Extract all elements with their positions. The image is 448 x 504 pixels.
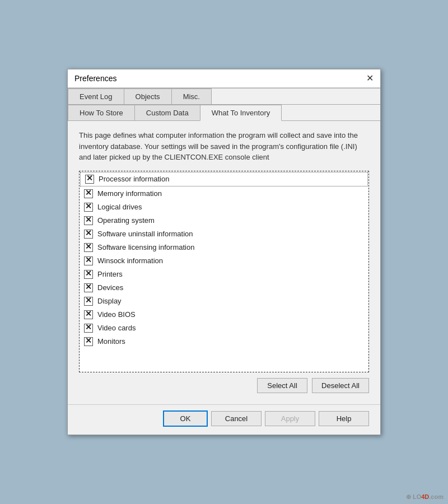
list-item[interactable]: Printers [80, 268, 368, 281]
list-item[interactable]: Video BIOS [80, 308, 368, 321]
list-item[interactable]: Devices [80, 281, 368, 295]
inventory-list-scroll[interactable]: Processor informationMemory informationL… [80, 171, 368, 372]
list-item-label: Software uninstall information [97, 230, 193, 238]
checkbox-icon [84, 310, 93, 319]
list-action-buttons: Select All Deselect All [79, 378, 369, 393]
help-button[interactable]: Help [319, 411, 369, 426]
tab-what-to-inventory[interactable]: What To Inventory [200, 105, 282, 121]
checkbox-icon [85, 175, 94, 184]
tab-row-2: How To Store Custom Data What To Invento… [68, 105, 380, 121]
list-item[interactable]: Operating system [80, 214, 368, 227]
list-item-label: Display [97, 297, 122, 305]
checkbox-icon [84, 283, 93, 292]
list-item[interactable]: Winsock information [80, 254, 368, 268]
list-item-label: Video cards [97, 324, 136, 332]
title-bar: Preferences ✕ [68, 69, 380, 88]
watermark-highlight: 4D [421, 493, 429, 500]
list-item[interactable]: Software uninstall information [80, 227, 368, 241]
list-item[interactable]: Logical drives [80, 200, 368, 214]
watermark-prefix: ⊕ LO [406, 493, 421, 500]
checkbox-icon [84, 297, 93, 306]
list-item-label: Video BIOS [97, 310, 136, 319]
tab-custom-data[interactable]: Custom Data [134, 105, 200, 121]
checkbox-icon [84, 203, 93, 212]
apply-button[interactable]: Apply [265, 411, 315, 426]
select-all-button[interactable]: Select All [257, 378, 307, 393]
watermark: ⊕ LO4D.com [406, 492, 444, 501]
checkbox-icon [84, 324, 93, 333]
checkbox-icon [84, 270, 93, 279]
list-item[interactable]: Memory information [80, 187, 368, 200]
inventory-list-container: Processor informationMemory informationL… [79, 171, 369, 372]
tab-misc[interactable]: Misc. [171, 88, 212, 105]
list-item-label: Logical drives [97, 203, 142, 211]
tab-event-log[interactable]: Event Log [68, 88, 124, 105]
list-item[interactable]: Display [80, 295, 368, 308]
preferences-dialog: Preferences ✕ Event Log Objects Misc. Ho… [67, 69, 381, 435]
page-description: This page defines what computer informat… [79, 130, 369, 163]
list-item-label: Printers [97, 270, 123, 278]
close-button[interactable]: ✕ [366, 74, 374, 83]
bottom-button-row: OK Cancel Apply Help ⊕ LO4D.com [68, 404, 380, 435]
list-item-label: Software licensing information [97, 243, 194, 251]
checkbox-icon [84, 189, 93, 198]
list-item[interactable]: Software licensing information [80, 241, 368, 254]
list-item-label: Devices [97, 283, 123, 292]
tab-how-to-store[interactable]: How To Store [68, 105, 135, 121]
checkbox-icon [84, 256, 93, 265]
checkbox-icon [84, 337, 93, 346]
tab-objects[interactable]: Objects [124, 88, 172, 105]
checkbox-icon [84, 216, 93, 225]
list-item-label: Memory information [97, 189, 162, 198]
list-item[interactable]: Processor information [80, 172, 368, 186]
list-item-label: Operating system [97, 216, 155, 225]
cancel-button[interactable]: Cancel [211, 411, 262, 426]
deselect-all-button[interactable]: Deselect All [312, 378, 369, 393]
checkbox-icon [84, 230, 93, 239]
checkbox-icon [84, 243, 93, 252]
list-item[interactable]: Video cards [80, 321, 368, 335]
ok-button[interactable]: OK [163, 410, 208, 427]
dialog-title: Preferences [74, 74, 116, 83]
list-item-label: Monitors [97, 337, 125, 346]
list-item-label: Winsock information [97, 256, 163, 265]
tab-row-1: Event Log Objects Misc. [68, 88, 380, 105]
list-item[interactable]: Monitors [80, 335, 368, 348]
list-item-label: Processor information [99, 175, 169, 183]
watermark-suffix: .com [429, 493, 444, 500]
main-content: This page defines what computer informat… [68, 121, 380, 404]
